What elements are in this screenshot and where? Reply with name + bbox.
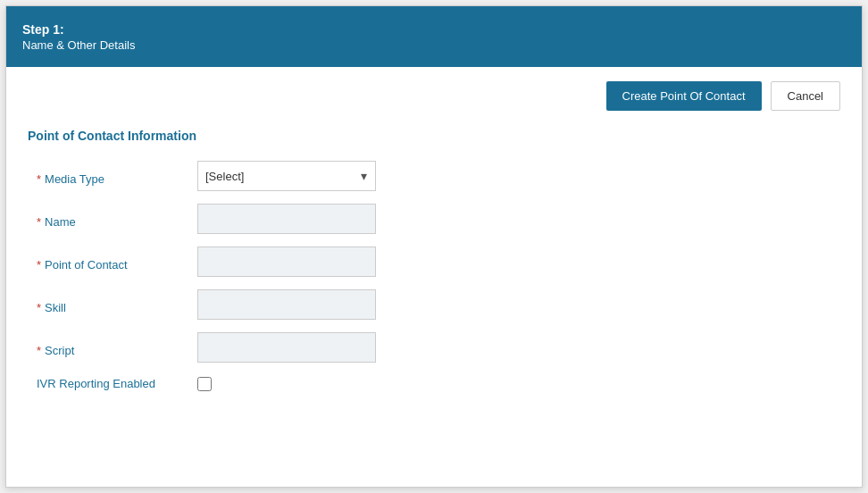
script-label: * Script bbox=[37, 338, 197, 357]
ivr-label: IVR Reporting Enabled bbox=[37, 375, 197, 392]
script-input[interactable] bbox=[197, 332, 376, 363]
required-star-skill: * bbox=[37, 301, 41, 314]
script-label-text: Script bbox=[45, 344, 74, 357]
section-title: Point of Contact Information bbox=[28, 129, 840, 143]
media-type-label: * Media Type bbox=[37, 167, 197, 186]
required-star-name: * bbox=[37, 215, 41, 229]
media-type-select-wrapper: [Select] Phone Email Chat SMS bbox=[197, 161, 376, 191]
ivr-row: IVR Reporting Enabled bbox=[37, 375, 840, 392]
required-star-media-type: * bbox=[37, 172, 41, 186]
skill-input[interactable] bbox=[197, 289, 376, 320]
create-point-of-contact-button[interactable]: Create Point Of Contact bbox=[606, 81, 762, 111]
ivr-checkbox[interactable] bbox=[197, 377, 212, 391]
toolbar: Create Point Of Contact Cancel bbox=[28, 81, 840, 111]
cancel-button[interactable]: Cancel bbox=[771, 81, 840, 111]
name-label: * Name bbox=[37, 210, 197, 229]
script-row: * Script bbox=[37, 332, 840, 363]
poc-label: * Point of Contact bbox=[37, 253, 197, 272]
skill-label: * Skill bbox=[37, 296, 197, 314]
name-input[interactable] bbox=[197, 204, 376, 234]
content-area: Create Point Of Contact Cancel Point of … bbox=[6, 67, 862, 487]
skill-label-text: Skill bbox=[45, 301, 66, 314]
media-type-select[interactable]: [Select] Phone Email Chat SMS bbox=[197, 161, 376, 191]
step-subtitle: Name & Other Details bbox=[22, 38, 846, 52]
skill-row: * Skill bbox=[37, 289, 840, 320]
poc-row: * Point of Contact bbox=[37, 246, 840, 277]
name-label-text: Name bbox=[45, 215, 76, 229]
poc-label-text: Point of Contact bbox=[45, 258, 128, 272]
header: Step 1: Name & Other Details bbox=[6, 6, 862, 67]
form-container: * Media Type [Select] Phone Email Chat S… bbox=[28, 161, 840, 392]
media-type-row: * Media Type [Select] Phone Email Chat S… bbox=[37, 161, 840, 191]
poc-input[interactable] bbox=[197, 246, 376, 277]
required-star-script: * bbox=[37, 344, 41, 357]
page-container: Step 1: Name & Other Details Create Poin… bbox=[5, 5, 863, 488]
name-row: * Name bbox=[37, 204, 840, 234]
required-star-poc: * bbox=[37, 258, 41, 272]
media-type-label-text: Media Type bbox=[45, 172, 104, 186]
step-label: Step 1: bbox=[22, 22, 846, 37]
